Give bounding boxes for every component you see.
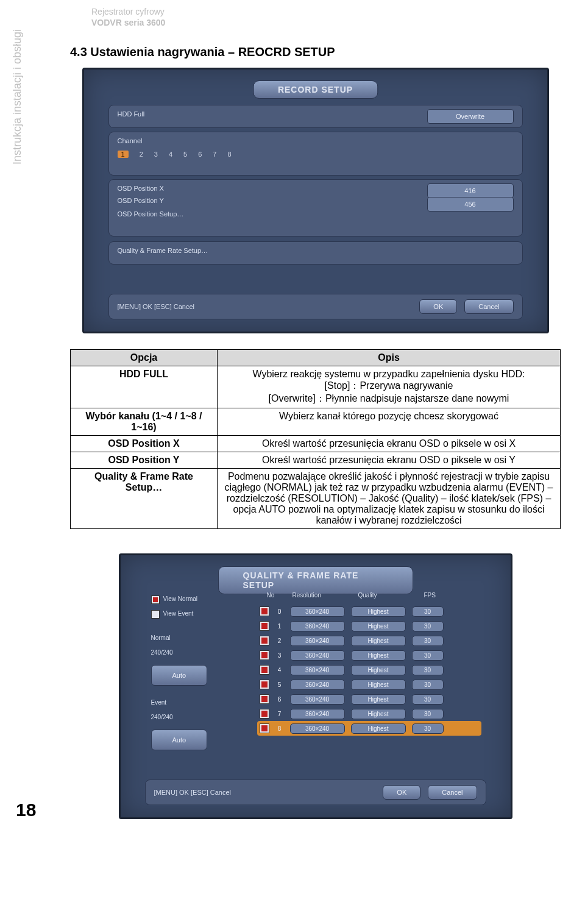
screenshot-qfr-setup: QUALITY & FRAME RATE SETUP View Normal V…	[119, 553, 512, 819]
dialog-footer: [MENU] OK [ESC] Cancel OK Cancel	[108, 294, 523, 319]
row-fps[interactable]: 30	[412, 694, 444, 705]
option-hdd-full: HDD FULL	[71, 366, 218, 408]
osd-x-value[interactable]: 416	[427, 183, 514, 198]
view-event-toggle[interactable]: View Event	[151, 606, 208, 621]
row-channel-desc: Wybór kanału (1~4 / 1~8 / 1~16) Wybierz …	[71, 408, 561, 436]
row-channel: Channel 1 2 3 4 5 6 7 8	[108, 132, 523, 176]
option-osd-y: OSD Position Y	[71, 452, 218, 469]
desc-qfr: Podmenu pozwalające określić jakość i pł…	[218, 469, 561, 529]
channel-1[interactable]: 1	[118, 151, 129, 158]
osd-y-value[interactable]: 456	[427, 197, 514, 211]
row-check-icon[interactable]	[260, 621, 269, 631]
row-fps[interactable]: 30	[412, 680, 444, 690]
channel-6[interactable]: 6	[198, 151, 202, 158]
row-hdd-full-desc: HDD FULL Wybierz reakcję systemu w przyp…	[71, 366, 561, 408]
row-check-icon[interactable]	[260, 709, 269, 719]
grid-row: 2360×240Highest30	[260, 633, 481, 648]
desc-hdd-line2: [Stop]：Przerywa nagrywanie	[224, 380, 554, 393]
row-no: 1	[275, 623, 284, 630]
normal-label: Normal	[151, 631, 208, 645]
row-fps[interactable]: 30	[412, 621, 444, 631]
row-res[interactable]: 360×240	[290, 709, 345, 719]
ok-button-2[interactable]: OK	[383, 785, 420, 800]
row-check-icon[interactable]	[260, 694, 269, 704]
osd-setup-link[interactable]: OSD Position Setup…	[118, 210, 184, 218]
row-check-icon[interactable]	[260, 606, 269, 616]
top-caption-line1: Rejestrator cyfrowy	[91, 6, 585, 17]
row-fps[interactable]: 30	[412, 723, 444, 734]
grid-row: 3360×240Highest30	[260, 648, 481, 663]
channel-8[interactable]: 8	[227, 151, 231, 158]
row-check-icon[interactable]	[260, 665, 269, 675]
channel-7[interactable]: 7	[213, 151, 216, 158]
cancel-button[interactable]: Cancel	[464, 299, 513, 314]
row-quality[interactable]: Highest	[351, 680, 406, 690]
row-res[interactable]: 360×240	[290, 665, 345, 675]
channel-3[interactable]: 3	[154, 151, 158, 158]
row-quality[interactable]: Highest	[351, 709, 406, 719]
row-check-icon[interactable]	[260, 723, 269, 733]
auto-normal-button[interactable]: Auto	[151, 665, 208, 686]
row-fps[interactable]: 30	[412, 636, 444, 646]
desc-osd-y: Określ wartość przesunięcia ekranu OSD o…	[218, 452, 561, 469]
row-res[interactable]: 360×240	[290, 606, 345, 617]
row-res[interactable]: 360×240	[290, 636, 345, 646]
channel-2[interactable]: 2	[140, 151, 143, 158]
auto-event-button[interactable]: Auto	[151, 730, 208, 750]
row-check-icon[interactable]	[260, 650, 269, 660]
row-res[interactable]: 360×240	[290, 694, 345, 705]
options-table: Opcja Opis HDD FULL Wybierz reakcję syst…	[70, 349, 561, 529]
row-osd-x-desc: OSD Position X Określ wartość przesunięc…	[71, 436, 561, 452]
desc-hdd-line3: [Overwrite]：Płynnie nadpisuje najstarsze…	[224, 393, 554, 405]
row-quality[interactable]: Highest	[351, 606, 406, 617]
left-panel: View Normal View Event Normal 240/240 Au…	[151, 592, 208, 750]
ok-button[interactable]: OK	[419, 299, 457, 314]
col-option: Opcja	[71, 350, 218, 366]
channel-5[interactable]: 5	[183, 151, 187, 158]
row-check-icon[interactable]	[260, 680, 269, 689]
dialog-title: RECORD SETUP	[253, 80, 378, 99]
channel-4[interactable]: 4	[169, 151, 172, 158]
row-quality[interactable]: Highest	[351, 723, 406, 734]
page-number: 18	[16, 800, 36, 820]
view-normal-toggle[interactable]: View Normal	[151, 592, 208, 606]
row-hdd-full: HDD Full Overwrite	[108, 105, 523, 128]
row-quality[interactable]: Highest	[351, 621, 406, 631]
desc-hdd-line1: Wybierz reakcję systemu w przypadku zape…	[224, 369, 554, 380]
row-fps[interactable]: 30	[412, 606, 444, 617]
row-no: 8	[275, 725, 284, 732]
osd-y-label: OSD Position Y	[118, 197, 164, 204]
row-quality[interactable]: Highest	[351, 636, 406, 646]
row-res[interactable]: 360×240	[290, 621, 345, 631]
row-quality[interactable]: Highest	[351, 665, 406, 675]
row-qfr[interactable]: Quality & Frame Rate Setup…	[108, 241, 523, 265]
grid-row: 0360×240Highest30	[260, 604, 481, 619]
section-title: 4.3 Ustawienia nagrywania – REOCRD SETUP	[70, 45, 561, 59]
hdd-full-value[interactable]: Overwrite	[427, 109, 514, 124]
head-no: No	[267, 592, 275, 599]
head-quality: Quality	[358, 592, 407, 599]
row-quality[interactable]: Highest	[351, 694, 406, 705]
footer-hint-2: [MENU] OK [ESC] Cancel	[154, 789, 232, 796]
osd-x-label: OSD Position X	[118, 185, 164, 192]
grid-row: 5360×240Highest30	[260, 677, 481, 692]
top-caption-line2: VODVR seria 3600	[91, 17, 585, 28]
row-quality[interactable]: Highest	[351, 650, 406, 661]
row-res[interactable]: 360×240	[290, 680, 345, 690]
channel-label: Channel	[118, 137, 143, 144]
normal-fps: 240/240	[151, 645, 208, 660]
row-fps[interactable]: 30	[412, 650, 444, 661]
row-osd: OSD Position X 416 OSD Position Y 456 OS…	[108, 179, 523, 236]
row-res[interactable]: 360×240	[290, 723, 345, 734]
event-fps: 240/240	[151, 710, 208, 725]
row-fps[interactable]: 30	[412, 665, 444, 675]
channel-list: 1 2 3 4 5 6 7 8	[118, 151, 232, 158]
cancel-button-2[interactable]: Cancel	[428, 785, 477, 800]
row-no: 4	[275, 667, 284, 673]
row-res[interactable]: 360×240	[290, 650, 345, 661]
row-fps[interactable]: 30	[412, 709, 444, 719]
option-osd-x: OSD Position X	[71, 436, 218, 452]
row-check-icon[interactable]	[260, 636, 269, 645]
grid-header: No Resolution Quality FPS	[267, 592, 448, 599]
top-caption: Rejestrator cyfrowy VODVR seria 3600	[91, 6, 585, 28]
